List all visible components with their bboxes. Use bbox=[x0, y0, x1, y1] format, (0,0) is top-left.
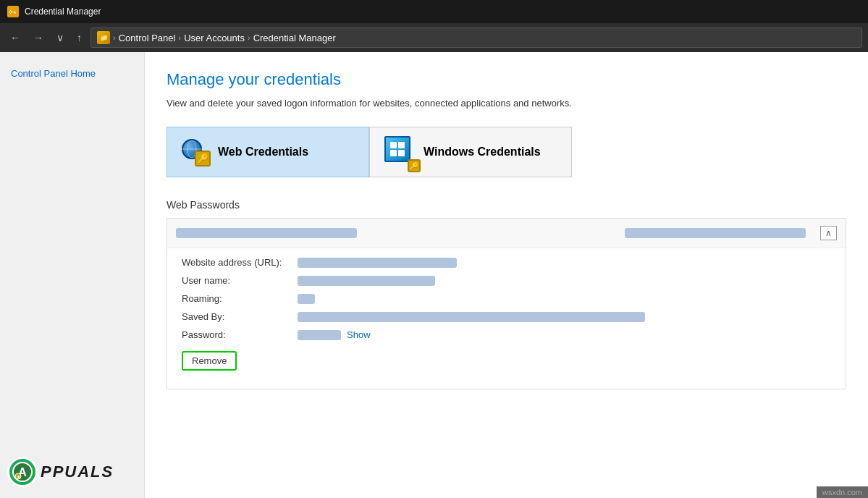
back-button[interactable]: ← bbox=[6, 29, 25, 46]
dropdown-button[interactable]: ∨ bbox=[52, 29, 68, 46]
tab-windows-credentials[interactable]: 🔑 Windows Credentials bbox=[369, 127, 572, 177]
path-control-panel[interactable]: Control Panel bbox=[119, 33, 176, 43]
show-password-link[interactable]: Show bbox=[347, 329, 371, 340]
address-path: 📁 › Control Panel › User Accounts › Cred… bbox=[90, 28, 862, 48]
credential-header[interactable]: ∧ bbox=[167, 219, 846, 248]
credential-date bbox=[625, 228, 806, 238]
page-title: Manage your credentials bbox=[167, 70, 846, 89]
tab-windows-credentials-label: Windows Credentials bbox=[424, 145, 541, 159]
credential-tabs: 🔑 Web Credentials 🔑 Windows Creden bbox=[167, 127, 846, 177]
username-value bbox=[298, 276, 435, 286]
main-layout: Control Panel Home Manage your credentia… bbox=[0, 52, 868, 498]
roaming-label: Roaming: bbox=[182, 293, 298, 304]
path-user-accounts[interactable]: User Accounts bbox=[184, 33, 245, 43]
roaming-row: Roaming: bbox=[182, 293, 831, 304]
up-button[interactable]: ↑ bbox=[72, 29, 86, 46]
savedby-value bbox=[298, 312, 645, 322]
web-credentials-icon: 🔑 bbox=[182, 138, 211, 166]
password-row: Password: Show bbox=[182, 329, 831, 340]
appuals-logo: A ★ PPUALS bbox=[7, 457, 114, 487]
window-title: Credential Manager bbox=[25, 7, 101, 17]
title-bar: 🗝 Credential Manager bbox=[0, 0, 868, 23]
savedby-row: Saved By: bbox=[182, 311, 831, 322]
credential-site-name bbox=[176, 228, 357, 238]
tab-web-credentials[interactable]: 🔑 Web Credentials bbox=[167, 127, 369, 177]
content-area: Manage your credentials View and delete … bbox=[145, 52, 868, 498]
credential-details: Website address (URL): User name: Roamin… bbox=[167, 248, 846, 389]
path-icon: 📁 bbox=[97, 31, 110, 44]
app-icon: 🗝 bbox=[7, 6, 19, 17]
credential-entry: ∧ Website address (URL): User name: Roam… bbox=[167, 218, 846, 389]
url-row: Website address (URL): bbox=[182, 257, 831, 268]
url-label: Website address (URL): bbox=[182, 257, 298, 268]
username-label: User name: bbox=[182, 275, 298, 286]
tab-web-credentials-label: Web Credentials bbox=[218, 145, 308, 159]
roaming-value bbox=[298, 294, 315, 304]
sidebar: Control Panel Home bbox=[0, 52, 145, 498]
page-description: View and delete your saved logon informa… bbox=[167, 98, 846, 109]
appuals-icon: A ★ bbox=[7, 457, 38, 487]
remove-row: Remove bbox=[182, 347, 831, 371]
savedby-label: Saved By: bbox=[182, 311, 298, 322]
sidebar-item-control-panel-home[interactable]: Control Panel Home bbox=[11, 68, 96, 79]
forward-button[interactable]: → bbox=[29, 29, 48, 46]
remove-button[interactable]: Remove bbox=[182, 351, 237, 371]
password-label: Password: bbox=[182, 329, 298, 340]
username-row: User name: bbox=[182, 275, 831, 286]
footer: wsxdn.com bbox=[817, 486, 868, 498]
section-title: Web Passwords bbox=[167, 199, 846, 211]
path-credential-manager[interactable]: Credential Manager bbox=[253, 33, 336, 43]
windows-credentials-icon: 🔑 bbox=[384, 136, 416, 168]
expand-chevron[interactable]: ∧ bbox=[820, 226, 837, 240]
appuals-text: PPUALS bbox=[41, 463, 114, 481]
footer-text: wsxdn.com bbox=[822, 488, 862, 497]
chain-icon: 🔑 bbox=[195, 151, 211, 166]
password-value bbox=[298, 330, 341, 340]
address-bar: ← → ∨ ↑ 📁 › Control Panel › User Account… bbox=[0, 23, 868, 52]
url-value bbox=[298, 258, 457, 268]
